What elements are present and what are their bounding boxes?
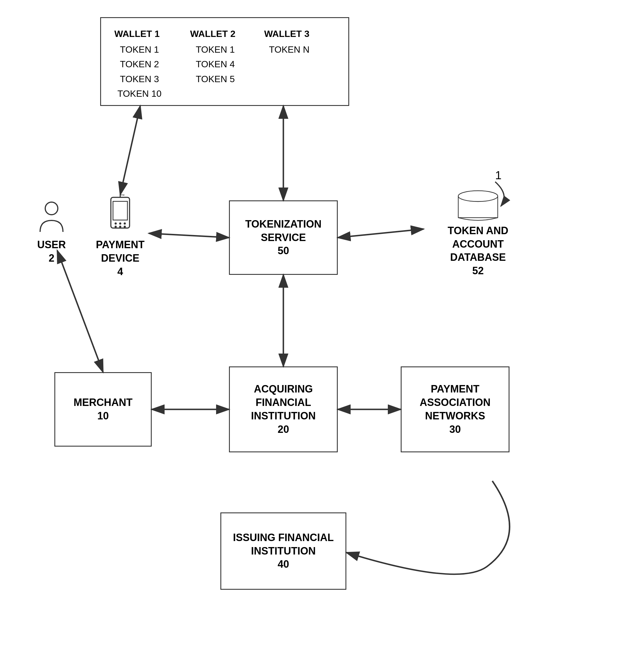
database-cylinder-icon (438, 189, 518, 221)
wallet-2-token-4: TOKEN 4 (190, 57, 235, 72)
wallet-content: WALLET 1 TOKEN 1 TOKEN 2 TOKEN 3 TOKEN 1… (113, 27, 309, 101)
wallet-2-title: WALLET 2 (190, 27, 235, 41)
token-database-label: TOKEN AND ACCOUNT DATABASE 52 (447, 224, 508, 278)
svg-point-8 (124, 226, 125, 228)
svg-point-6 (114, 226, 116, 228)
svg-point-13 (458, 191, 498, 202)
svg-line-16 (120, 106, 140, 195)
acquiring-financial-institution-box: ACQUIRING FINANCIAL INSTITUTION 20 (229, 366, 338, 452)
payment-association-networks-box: PAYMENT ASSOCIATION NETWORKS 30 (401, 366, 509, 452)
payment-device-icon (105, 195, 136, 236)
user-area: USER 2 (29, 200, 74, 265)
wallet-3-title: WALLET 3 (264, 27, 310, 41)
wallet-3-col: WALLET 3 TOKEN N (264, 27, 310, 101)
svg-point-0 (45, 202, 58, 215)
svg-line-19 (338, 229, 423, 237)
wallet-1-token-2: TOKEN 2 (113, 57, 161, 72)
ref-label-1: 1 (495, 169, 502, 182)
svg-line-18 (149, 233, 229, 237)
user-label: USER 2 (37, 238, 66, 265)
user-icon (37, 200, 66, 236)
merchant-box: MERCHANT 10 (54, 372, 152, 447)
svg-point-4 (119, 222, 121, 224)
wallet-box: WALLET 1 TOKEN 1 TOKEN 2 TOKEN 3 TOKEN 1… (100, 17, 349, 106)
acquiring-label: ACQUIRING FINANCIAL INSTITUTION 20 (251, 383, 316, 436)
wallet-1-title: WALLET 1 (113, 27, 161, 41)
tokenization-service-label: TOKENIZATION SERVICE 50 (245, 218, 322, 258)
wallet-1-token-1: TOKEN 1 (113, 42, 161, 57)
diagram: WALLET 1 TOKEN 1 TOKEN 2 TOKEN 3 TOKEN 1… (0, 0, 644, 657)
payment-device-area: PAYMENT DEVICE 4 (94, 195, 146, 278)
svg-point-7 (119, 226, 121, 228)
wallet-2-token-1: TOKEN 1 (190, 42, 235, 57)
wallet-1-token-10: TOKEN 10 (113, 87, 161, 101)
wallet-1-col: WALLET 1 TOKEN 1 TOKEN 2 TOKEN 3 TOKEN 1… (113, 27, 161, 101)
svg-point-11 (123, 195, 124, 196)
payment-device-label: PAYMENT DEVICE 4 (96, 238, 144, 278)
issuing-financial-institution-box: ISSUING FINANCIAL INSTITUTION 40 (221, 513, 346, 590)
token-database-container: TOKEN AND ACCOUNT DATABASE 52 (423, 189, 532, 278)
payment-assoc-label: PAYMENT ASSOCIATION NETWORKS 30 (420, 383, 490, 436)
wallet-3-token-n: TOKEN N (264, 42, 310, 57)
svg-point-5 (124, 222, 125, 224)
svg-point-3 (114, 222, 116, 224)
merchant-label: MERCHANT 10 (73, 396, 133, 423)
issuing-label: ISSUING FINANCIAL INSTITUTION 40 (233, 531, 334, 571)
svg-rect-2 (113, 201, 128, 220)
tokenization-service-box: TOKENIZATION SERVICE 50 (229, 200, 338, 275)
wallet-2-col: WALLET 2 TOKEN 1 TOKEN 4 TOKEN 5 (190, 27, 235, 101)
wallet-1-token-3: TOKEN 3 (113, 72, 161, 87)
wallet-2-token-5: TOKEN 5 (190, 72, 235, 87)
